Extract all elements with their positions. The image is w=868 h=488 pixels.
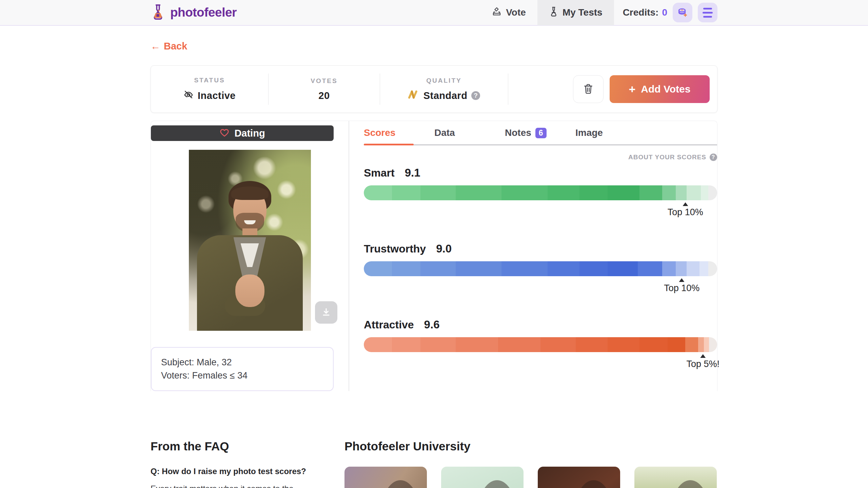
trash-icon (583, 83, 593, 95)
percentile-arrow-icon (679, 278, 685, 282)
subject-info-box: Subject: Male, 32 Voters: Females ≤ 34 (151, 347, 334, 391)
quality-stat: QUALITY Standard ? (380, 77, 508, 102)
faq-section: From the FAQ Q: How do I raise my photo … (151, 440, 344, 488)
lesson-card-2[interactable]: Lesson 2: (441, 467, 524, 488)
score-value: 9.0 (436, 242, 452, 255)
university-heading: Photofeeler University (344, 440, 717, 453)
credits-value: 0 (662, 7, 667, 18)
menu-button[interactable] (698, 3, 717, 22)
add-votes-button[interactable]: + Add Votes (610, 75, 710, 103)
photofeeler-logo[interactable]: photofeeler (151, 4, 237, 21)
notes-count-badge: 6 (535, 128, 547, 138)
nav-item-label: Vote (506, 7, 526, 18)
votes-stat: VOTES 20 (269, 77, 380, 101)
score-marker: Top 5%! (687, 354, 720, 369)
quality-value: Standard (423, 90, 468, 101)
plus-icon: + (629, 83, 636, 96)
score-row-smart: Smart 9.1 Top 10% (364, 166, 717, 225)
score-marker: Top 10% (664, 278, 699, 293)
score-value: 9.6 (424, 318, 440, 331)
test-photo (189, 150, 311, 331)
quality-label: QUALITY (426, 77, 461, 84)
tab-notes[interactable]: Notes 6 (505, 125, 575, 144)
score-value: 9.1 (405, 166, 420, 179)
score-row-attractive: Attractive 9.6 Top 5%! (364, 318, 717, 377)
score-row-trustworthy: Trustworthy 9.0 Top 10% (364, 242, 717, 301)
faq-heading: From the FAQ (151, 440, 344, 453)
delete-test-button[interactable] (573, 75, 604, 103)
back-arrow-icon: ← (151, 41, 160, 52)
credits-display[interactable]: Credits: 0 (623, 7, 667, 18)
votes-value: 20 (318, 90, 330, 101)
lesson-photo (380, 480, 421, 488)
status-label: STATUS (194, 77, 225, 84)
votes-label: VOTES (311, 77, 337, 85)
vote-ballot-icon (492, 6, 502, 19)
active-tab-indicator (364, 144, 414, 145)
score-marker: Top 10% (668, 202, 703, 218)
score-name: Smart (364, 167, 395, 179)
tab-image[interactable]: Image (575, 125, 646, 144)
score-name: Trustworthy (364, 243, 426, 255)
status-stat: STATUS Inactive (151, 77, 268, 102)
university-section: Photofeeler University Lesson 1: (344, 440, 717, 488)
percentile-arrow-icon (683, 202, 688, 206)
lesson-photo (670, 480, 711, 488)
quality-zigzag-icon (408, 90, 419, 102)
about-your-scores-link[interactable]: ABOUT YOUR SCORES ? (364, 154, 717, 161)
nav-item-vote[interactable]: Vote (480, 0, 537, 25)
score-name: Attractive (364, 319, 414, 331)
score-bar-trustworthy (364, 261, 717, 276)
category-header: Dating (151, 125, 334, 141)
eye-off-icon (183, 89, 194, 102)
tab-label: Notes (505, 127, 531, 138)
tab-label: Image (575, 127, 603, 138)
about-scores-help-icon: ? (710, 154, 717, 161)
hamburger-icon (703, 8, 713, 18)
faq-excerpt: Every trait matters when it comes to the… (151, 483, 303, 488)
brand-name: photofeeler (170, 5, 237, 20)
flask-logo-icon (151, 4, 165, 21)
lesson-photo (573, 480, 614, 488)
percentile-label: Top 10% (668, 207, 703, 218)
score-bar-smart (364, 185, 717, 200)
download-icon (321, 307, 331, 318)
lesson-card-1[interactable]: Lesson 1: (344, 467, 427, 488)
test-summary-card: STATUS Inactive VOTES 20 (151, 65, 717, 113)
back-label: Back (164, 41, 187, 52)
tabs-bar: Scores Data Notes 6 Image (364, 125, 717, 145)
quality-help-icon[interactable]: ? (471, 91, 480, 100)
credits-label: Credits: (623, 7, 659, 18)
heart-icon (219, 128, 230, 139)
tab-scores[interactable]: Scores (364, 125, 434, 144)
lesson-photo (477, 480, 517, 488)
download-photo-button[interactable] (315, 301, 337, 324)
nav-item-label: My Tests (563, 7, 603, 18)
top-navbar: photofeeler Vote My Tests (0, 0, 868, 26)
faq-question: Q: How do I raise my photo test scores? (151, 467, 344, 476)
percentile-label: Top 5%! (687, 359, 720, 369)
lesson-card-4[interactable]: Lesson 4: (634, 467, 717, 488)
subject-line: Subject: Male, 32 (161, 356, 323, 369)
voters-line: Voters: Females ≤ 34 (161, 369, 323, 382)
status-value: Inactive (198, 90, 236, 101)
tab-data[interactable]: Data (434, 125, 505, 144)
about-scores-label: ABOUT YOUR SCORES (628, 154, 706, 161)
nav-item-my-tests[interactable]: My Tests (537, 0, 614, 25)
score-bar-attractive (364, 337, 717, 352)
percentile-arrow-icon (700, 354, 706, 358)
add-votes-label: Add Votes (641, 83, 690, 95)
percentile-label: Top 10% (664, 283, 699, 293)
lesson-card-3[interactable]: Lesson 3: (538, 467, 620, 488)
tab-label: Data (434, 127, 455, 138)
category-label: Dating (234, 128, 265, 139)
flask-icon (549, 6, 558, 19)
back-link[interactable]: ← Back (151, 41, 187, 52)
coins-plus-icon (677, 6, 688, 19)
tab-label: Scores (364, 127, 395, 138)
test-detail-panel: Dating (151, 121, 717, 391)
add-credits-button[interactable] (673, 3, 692, 22)
